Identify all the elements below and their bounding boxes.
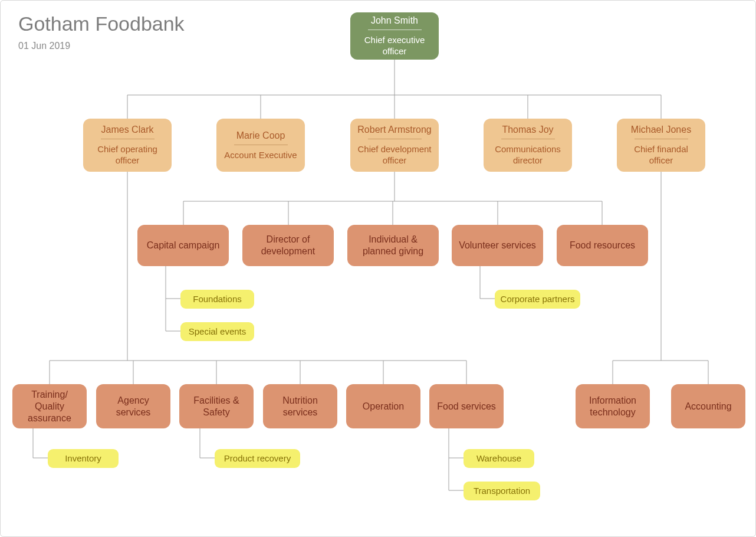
person-name: John Smith xyxy=(371,15,418,27)
divider xyxy=(234,145,288,145)
person-role: Chief development officer xyxy=(356,144,433,166)
node-label: Product recovery xyxy=(224,453,291,464)
chart-title: Gotham Foodbank xyxy=(18,12,185,35)
node-label: Facilities & Safety xyxy=(185,395,248,418)
node-agency-services: Agency services xyxy=(96,384,170,428)
node-capital-campaign: Capital campaign xyxy=(137,225,229,266)
leaf-inventory: Inventory xyxy=(48,449,119,468)
node-individual-planned-giving: Individual & planned giving xyxy=(347,225,439,266)
node-label: Operation xyxy=(363,401,404,412)
node-label: Inventory xyxy=(65,453,101,464)
node-comms-director: Thomas Joy Communications director xyxy=(484,119,572,172)
node-director-development: Director of development xyxy=(242,225,334,266)
node-label: Food services xyxy=(437,401,496,412)
person-role: Chief operating officer xyxy=(89,144,166,166)
leaf-special-events: Special events xyxy=(180,322,254,341)
divider xyxy=(101,139,155,139)
node-label: Capital campaign xyxy=(147,240,220,251)
person-role: Chief executive officer xyxy=(356,35,433,57)
node-label: Director of development xyxy=(248,234,328,257)
divider xyxy=(501,139,555,139)
divider xyxy=(635,139,688,139)
node-label: Agency services xyxy=(102,395,165,418)
node-accounting: Accounting xyxy=(671,384,745,428)
node-label: Foundations xyxy=(193,294,242,305)
node-food-services: Food services xyxy=(429,384,504,428)
divider xyxy=(368,30,422,30)
node-label: Accounting xyxy=(685,401,731,412)
person-role: Account Executive xyxy=(224,150,297,161)
node-ceo: John Smith Chief executive officer xyxy=(350,12,439,60)
node-coo: James Clark Chief operating officer xyxy=(83,119,172,172)
node-cdo: Robert Armstrong Chief development offic… xyxy=(350,119,439,172)
node-account-exec: Marie Coop Account Executive xyxy=(216,119,305,172)
leaf-foundations: Foundations xyxy=(180,290,254,309)
person-name: Robert Armstrong xyxy=(357,124,431,136)
node-food-resources: Food resources xyxy=(557,225,648,266)
node-volunteer-services: Volunteer services xyxy=(452,225,543,266)
leaf-transportation: Transportation xyxy=(464,482,540,500)
node-training-qa: Training/ Quality assurance xyxy=(12,384,87,428)
node-label: Nutrition services xyxy=(269,395,331,418)
node-operation: Operation xyxy=(346,384,420,428)
person-name: Michael Jones xyxy=(631,124,691,136)
node-label: Warehouse xyxy=(476,453,521,464)
node-label: Transportation xyxy=(474,486,530,497)
leaf-product-recovery: Product recovery xyxy=(215,449,300,468)
divider xyxy=(368,139,422,139)
node-cfo: Michael Jones Chief finandal officer xyxy=(617,119,705,172)
person-name: Thomas Joy xyxy=(502,124,553,136)
leaf-warehouse: Warehouse xyxy=(464,449,534,468)
leaf-corporate-partners: Corporate partners xyxy=(495,290,580,309)
node-facilities-safety: Facilities & Safety xyxy=(179,384,254,428)
node-label: Individual & planned giving xyxy=(353,234,433,257)
node-label: Volunteer services xyxy=(459,240,536,251)
node-label: Corporate partners xyxy=(501,294,575,305)
person-name: Marie Coop xyxy=(236,130,285,142)
node-information-technology: Information technology xyxy=(576,384,650,428)
person-role: Chief finandal officer xyxy=(623,144,699,166)
person-role: Communications director xyxy=(489,144,566,166)
chart-date: 01 Jun 2019 xyxy=(18,41,70,51)
node-label: Training/ Quality assurance xyxy=(18,389,81,424)
node-nutrition-services: Nutrition services xyxy=(263,384,337,428)
node-label: Special events xyxy=(189,326,246,338)
person-name: James Clark xyxy=(101,124,154,136)
node-label: Food resources xyxy=(570,240,635,251)
org-chart-frame: Gotham Foodbank 01 Jun 2019 xyxy=(0,0,756,537)
node-label: Information technology xyxy=(581,395,644,418)
